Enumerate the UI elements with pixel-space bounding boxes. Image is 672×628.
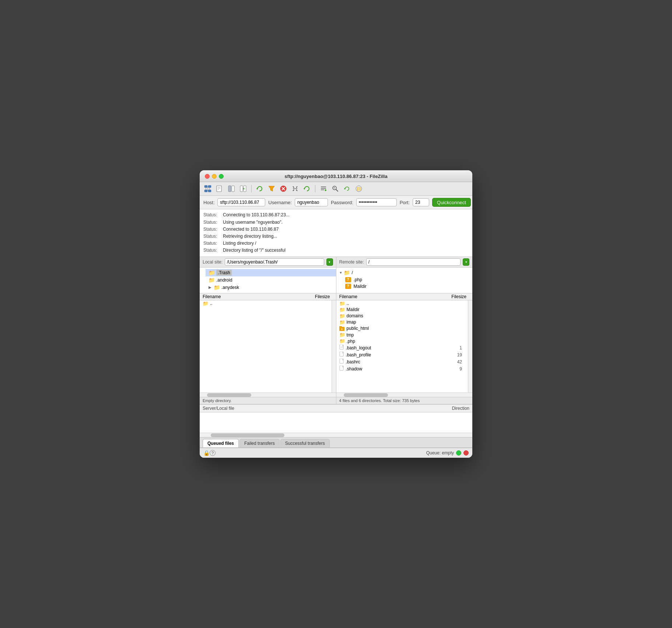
status-line-6: Status: Directory listing of "/" success… [203, 247, 469, 254]
local-path-input[interactable] [225, 258, 324, 266]
close-button[interactable] [205, 174, 210, 179]
file-icon [339, 345, 344, 351]
cancel-button[interactable] [278, 184, 288, 194]
connection-bar: Host: Username: Password: Port: Quickcon… [200, 196, 472, 209]
list-item[interactable]: 📁 imap [336, 319, 468, 325]
local-tree-item-android[interactable]: 📁 .android [206, 276, 336, 284]
toolbar: ? [200, 182, 472, 196]
svg-marker-15 [256, 188, 258, 190]
status-msg-6: Directory listing of "/" successful [223, 247, 286, 254]
status-key-6: Status: [203, 247, 220, 254]
transfer-scrollbar[interactable] [200, 433, 472, 437]
local-path-dropdown[interactable]: ▾ [326, 258, 333, 266]
list-item[interactable]: 📁 .. [200, 300, 332, 307]
status-bar: 🔒 ? Queue: empty [200, 448, 472, 458]
site-manager-button[interactable] [203, 184, 213, 194]
host-label: Host: [203, 200, 214, 205]
maximize-button[interactable] [219, 174, 224, 179]
remote-footer: 4 files and 6 directories. Total size: 7… [336, 397, 473, 404]
transfer-area: Server/Local file Direction [200, 404, 472, 437]
indicator-green [456, 450, 461, 456]
quickconnect-button[interactable]: Quickconnect [432, 198, 471, 207]
local-horiz-scroll[interactable] [200, 392, 336, 397]
tab-failed-transfers[interactable]: Failed transfers [239, 439, 280, 447]
remote-scrollbar[interactable] [468, 300, 472, 392]
local-scrollbar[interactable] [332, 300, 336, 392]
transfer-list [200, 412, 472, 433]
list-item[interactable]: 📁 tmp [336, 332, 468, 338]
remote-horiz-scroll[interactable] [336, 392, 473, 397]
password-input[interactable] [356, 198, 397, 206]
host-input[interactable] [217, 198, 265, 206]
collapse-arrow: ▼ [339, 271, 343, 275]
list-item[interactable]: .shadow 9 [336, 365, 468, 372]
folder-icon: 📁 [203, 301, 209, 306]
tab-successful-transfers[interactable]: Successful transfers [280, 439, 330, 447]
remote-tree-root[interactable]: ▼ 📁 / [336, 269, 473, 276]
remote-tree-php[interactable]: ? .php [342, 276, 473, 283]
svg-point-37 [359, 189, 361, 191]
reconnect-button[interactable] [255, 184, 265, 194]
sync-button[interactable] [238, 184, 248, 194]
list-item[interactable]: 📁 domains [336, 313, 468, 319]
list-item[interactable]: A public_html [336, 325, 468, 332]
port-input[interactable] [413, 198, 429, 206]
status-line-1: Status: Connecting to 103.110.86.87:23..… [203, 212, 469, 219]
minimize-button[interactable] [212, 174, 217, 179]
disconnect-button[interactable] [290, 184, 300, 194]
queue-button[interactable] [318, 184, 329, 194]
status-line-5: Status: Listing directory / [203, 240, 469, 247]
list-item[interactable]: .bash_profile 19 [336, 351, 468, 358]
remote-path-input[interactable] [366, 258, 461, 266]
list-item[interactable]: .bash_logout 1 [336, 344, 468, 351]
status-msg-3: Connected to 103.110.86.87 [223, 226, 279, 233]
svg-marker-32 [344, 188, 345, 190]
local-tree-item-anydesk[interactable]: ▶ 📁 .anydesk [206, 284, 336, 291]
svg-text:?: ? [333, 187, 335, 189]
file-icon [339, 359, 344, 365]
svg-marker-16 [269, 186, 274, 191]
status-key-2: Status: [203, 219, 220, 226]
filter-button[interactable] [266, 184, 277, 194]
svg-point-36 [357, 189, 359, 191]
status-msg-4: Retrieving directory listing... [223, 233, 277, 240]
separator-2 [315, 185, 315, 192]
new-tab-button[interactable] [214, 184, 225, 194]
folder-special-icon: A [339, 326, 345, 332]
local-file-list: 📁 .. [200, 300, 332, 392]
compare-button[interactable] [354, 184, 364, 194]
svg-rect-14 [244, 186, 246, 192]
list-item[interactable]: 📁 Maildir [336, 307, 468, 313]
remote-path-dropdown[interactable]: ▾ [463, 258, 469, 266]
title-bar: sftp://nguyenbao@103.110.86.87:23 - File… [200, 170, 472, 182]
keep-alive-button[interactable] [342, 184, 352, 194]
remote-tree-maildir[interactable]: ? Maildir [342, 283, 473, 290]
local-site-label: Local site: [203, 259, 223, 265]
direction-col-header: Direction [452, 406, 469, 411]
window-title: sftp://nguyenbao@103.110.86.87:23 - File… [284, 174, 387, 179]
separator-1 [251, 185, 252, 192]
folder-icon: 📁 [339, 301, 345, 306]
list-item[interactable]: .bashrc 42 [336, 358, 468, 365]
username-input[interactable] [295, 198, 328, 206]
folder-icon: 📁 [209, 270, 215, 276]
search-remote-button[interactable]: ? [330, 184, 340, 194]
file-panels: Local site: ▾ 📁 .Trash 📁 .android ▶ 📁 .a… [200, 257, 472, 404]
php-label: .php [354, 277, 362, 282]
local-tree-item-trash[interactable]: 📁 .Trash [206, 269, 336, 276]
help-icon[interactable]: ? [210, 450, 216, 456]
expand-icon: ▶ [209, 285, 212, 289]
svg-rect-12 [232, 186, 234, 192]
svg-point-33 [356, 186, 362, 192]
reconnect2-button[interactable] [302, 184, 312, 194]
list-item[interactable]: 📁 .. [336, 300, 468, 307]
status-msg-5: Listing directory / [223, 240, 256, 247]
folder-icon: 📁 [209, 277, 215, 283]
list-item[interactable]: 📁 .php [336, 338, 468, 344]
root-label: / [351, 270, 353, 275]
local-panel-header: Local site: ▾ [200, 257, 336, 268]
status-key-1: Status: [203, 212, 220, 219]
remote-panel: Remote site: ▾ ▼ 📁 / ? .php ? Maildir [336, 257, 473, 404]
tab-queued-files[interactable]: Queued files [203, 439, 239, 447]
toggle-panel-button[interactable] [226, 184, 237, 194]
